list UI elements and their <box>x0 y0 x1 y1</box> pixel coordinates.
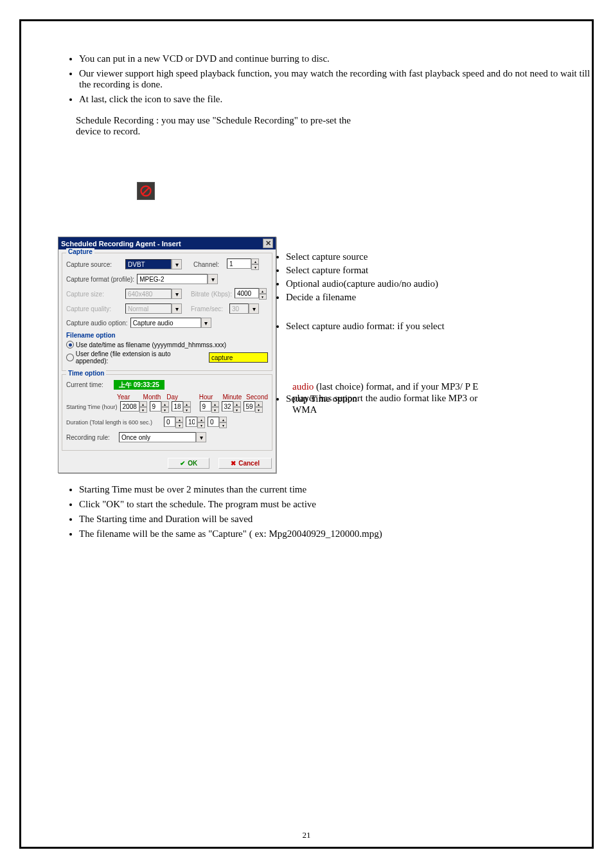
col-year: Year <box>117 393 141 401</box>
dur-hour-input[interactable] <box>164 417 175 427</box>
label-recording-rule: Recording rule: <box>66 434 116 441</box>
day-input[interactable] <box>172 401 183 411</box>
time-option-group: Time option Current time: 上午 09:33:25 Ye… <box>62 374 272 451</box>
chevron-down-icon: ▾ <box>249 303 259 314</box>
spinner-down-icon[interactable]: ▾ <box>255 407 263 413</box>
bullet-item: The filename will be the same as "Captur… <box>79 529 382 539</box>
chevron-down-icon[interactable]: ▾ <box>208 274 218 284</box>
capture-group-title: Capture <box>66 248 94 255</box>
chevron-down-icon[interactable]: ▾ <box>172 259 182 269</box>
spinner-down-icon[interactable]: ▾ <box>259 294 267 300</box>
capture-quality-combo <box>125 303 172 314</box>
radio-on-icon <box>66 341 74 348</box>
cancel-button[interactable]: ✖Cancel <box>218 458 272 469</box>
radio-off-icon <box>66 354 74 361</box>
spinner-down-icon[interactable]: ▾ <box>251 264 259 270</box>
audio-line-1: audio (last choice) format, and if your … <box>292 381 478 392</box>
userdefine-filename-input[interactable] <box>209 352 268 363</box>
capture-format-combo[interactable] <box>137 274 208 284</box>
chevron-down-icon: ▾ <box>172 289 182 299</box>
label-source: Capture source: <box>66 261 123 268</box>
audio-line-3: WMA <box>292 404 317 415</box>
radio-userdefine[interactable]: User define (file extension is auto appe… <box>66 350 268 365</box>
ok-button[interactable]: ✔OK <box>168 458 209 469</box>
spinner-down-icon[interactable]: ▾ <box>139 407 147 413</box>
second-input[interactable] <box>244 401 255 411</box>
label-current-time: Current time: <box>66 381 111 388</box>
close-icon[interactable]: ✕ <box>263 239 273 248</box>
spinner-up-icon[interactable]: ▴ <box>255 401 263 407</box>
chevron-down-icon: ▾ <box>172 303 182 314</box>
month-input[interactable] <box>150 401 161 411</box>
capture-group: Capture Capture source: ▾ Channel: ▴▾ Ca… <box>62 253 272 371</box>
bullet-item: Select capture format <box>286 265 445 276</box>
bullet-item: Starting Time must be over 2 minutes tha… <box>79 484 382 495</box>
spinner-up-icon[interactable]: ▴ <box>233 401 241 407</box>
spinner-down-icon[interactable]: ▾ <box>219 422 227 428</box>
audio-line-2: player has support the audio format like… <box>292 393 477 404</box>
schedule-recording-icon[interactable] <box>137 182 155 200</box>
bitrate-input[interactable] <box>235 288 259 298</box>
schedule-intro: Schedule Recording : you may use "Schedu… <box>76 115 351 137</box>
hour-input[interactable] <box>200 401 211 411</box>
svg-line-1 <box>143 188 149 194</box>
bullet-item: At last, click the icon to save the file… <box>79 94 592 105</box>
label-size: Capture size: <box>66 291 123 298</box>
frames-input <box>229 303 249 314</box>
spinner-up-icon[interactable]: ▴ <box>183 401 191 407</box>
spinner-up-icon[interactable]: ▴ <box>175 417 183 422</box>
bullet-item: You can put in a new VCD or DVD and cont… <box>79 53 592 64</box>
filename-header: Filename option <box>66 332 268 339</box>
channel-input[interactable] <box>227 258 251 269</box>
label-audio: Capture audio option: <box>66 320 128 327</box>
spinner-up-icon[interactable]: ▴ <box>211 401 219 407</box>
chevron-down-icon[interactable]: ▾ <box>201 318 211 328</box>
spinner-down-icon[interactable]: ▾ <box>211 407 219 413</box>
year-input[interactable] <box>120 401 139 411</box>
spinner-down-icon[interactable]: ▾ <box>197 422 205 428</box>
spinner-up-icon[interactable]: ▴ <box>251 258 259 264</box>
dur-min-input[interactable] <box>186 417 197 427</box>
label-bitrate: Bitrate (Kbps): <box>191 291 232 298</box>
col-hour: Hour <box>199 393 220 401</box>
label-channel: Channel: <box>193 261 224 268</box>
label-quality: Capture quality: <box>66 305 123 312</box>
bullet-item: Select capture audio format: if you sele… <box>286 321 445 332</box>
spinner-down-icon[interactable]: ▾ <box>161 407 169 413</box>
radio-datetime-label: Use date/time as filename (yyyymmdd_hhmm… <box>76 341 226 348</box>
label-frames: Frame/sec: <box>191 305 227 312</box>
time-option-title: Time option <box>66 370 106 377</box>
bullet-item: Decide a filename <box>286 292 445 303</box>
capture-source-combo[interactable] <box>125 259 172 269</box>
spinner-down-icon[interactable]: ▾ <box>233 407 241 413</box>
dur-sec-input[interactable] <box>208 417 219 427</box>
bullet-item: Our viewer support high speed playback f… <box>79 68 592 90</box>
col-month: Month <box>143 393 164 401</box>
dialog-title: Scheduled Recording Agent - Insert <box>61 240 181 248</box>
spinner-up-icon[interactable]: ▴ <box>161 401 169 407</box>
chevron-down-icon[interactable]: ▾ <box>196 432 206 442</box>
capture-size-combo <box>125 289 172 299</box>
top-bullets: You can put in a new VCD or DVD and cont… <box>66 53 592 109</box>
spinner-up-icon[interactable]: ▴ <box>259 288 267 294</box>
spinner-up-icon[interactable]: ▴ <box>219 417 227 422</box>
capture-audio-combo[interactable] <box>130 318 201 328</box>
scheduled-recording-dialog: Scheduled Recording Agent - Insert ✕ Cap… <box>58 237 276 473</box>
radio-userdefine-label: User define (file extension is auto appe… <box>76 350 200 365</box>
spinner-down-icon[interactable]: ▾ <box>175 422 183 428</box>
bullet-item: Click "OK" to start the schedule. The pr… <box>79 499 382 510</box>
current-time-value: 上午 09:33:25 <box>114 380 164 390</box>
bullet-item: Select capture source <box>286 251 445 262</box>
col-minute: Minute <box>222 393 244 401</box>
spinner-up-icon[interactable]: ▴ <box>139 401 147 407</box>
spinner-down-icon[interactable]: ▾ <box>183 407 191 413</box>
minute-input[interactable] <box>222 401 233 411</box>
label-profile: Capture format (profile): <box>66 276 134 283</box>
recording-rule-combo[interactable] <box>119 432 196 442</box>
spinner-up-icon[interactable]: ▴ <box>197 417 205 422</box>
schedule-line2: device to record. <box>76 126 140 136</box>
schedule-line: Schedule Recording : you may use "Schedu… <box>76 115 351 125</box>
radio-datetime[interactable]: Use date/time as filename (yyyymmdd_hhmm… <box>66 341 268 348</box>
bottom-bullets: Starting Time must be over 2 minutes tha… <box>66 484 382 543</box>
label-duration: Duration (Total length is 600 sec.) <box>66 419 161 426</box>
